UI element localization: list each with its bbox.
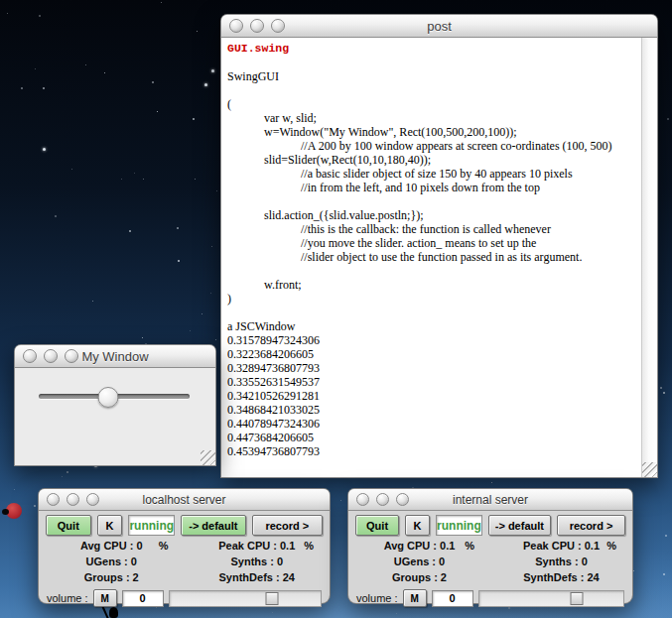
volume-label: volume : — [47, 592, 88, 604]
code-line: //slider object to use the function pass… — [227, 250, 639, 264]
ugens-stat: UGens : 0 — [394, 556, 445, 567]
kill-button[interactable]: K — [97, 515, 123, 536]
record-button[interactable]: record > — [252, 515, 323, 536]
resize-grip[interactable] — [201, 450, 215, 465]
code-line: 0.33552631549537 — [227, 375, 639, 389]
silhouette-blob-decoration — [109, 607, 118, 618]
vertical-scrollbar[interactable] — [641, 38, 657, 477]
zoom-button[interactable] — [65, 349, 78, 363]
star — [67, 471, 68, 473]
code-line: GUI.swing — [227, 42, 639, 56]
avg-cpu-stat: Avg CPU : 0 — [80, 540, 143, 552]
volume-row: volume : M — [348, 585, 632, 607]
star — [62, 476, 63, 477]
star — [142, 337, 143, 338]
star — [197, 31, 198, 32]
star — [35, 68, 36, 69]
desktop: { "colors": { "keyword_red": "#cc0000", … — [0, 0, 672, 618]
group-stats-row: Groups : 2 SynthDefs : 24 — [39, 569, 330, 585]
slider-thumb[interactable] — [97, 387, 118, 408]
code-line: //you move the slider. action_ means to … — [227, 236, 639, 250]
group-stats-row: Groups : 2 SynthDefs : 24 — [348, 569, 632, 585]
resize-grip[interactable] — [642, 462, 657, 477]
minimize-button[interactable] — [376, 493, 389, 506]
volume-slider-thumb[interactable] — [571, 592, 584, 605]
close-button[interactable] — [23, 349, 37, 363]
code-line: 0.4473684206605 — [227, 431, 639, 444]
slider[interactable] — [39, 387, 190, 406]
quit-button[interactable]: Quit — [46, 515, 91, 536]
peak-cpu-unit: % — [606, 540, 616, 552]
close-button[interactable] — [47, 493, 60, 506]
volume-value-field[interactable] — [122, 590, 164, 607]
internal-server-window: internal server Quit K running -> defaul… — [347, 488, 633, 604]
star — [55, 215, 57, 217]
star — [195, 179, 196, 180]
zoom-button[interactable] — [396, 493, 409, 506]
peak-cpu-stat: Peak CPU : 0.1 — [523, 540, 600, 552]
zoom-button[interactable] — [86, 493, 99, 506]
post-text-area[interactable]: GUI.swing SwingGUI (var w, slid;w=Window… — [221, 38, 657, 477]
minimize-button[interactable] — [44, 349, 58, 363]
volume-slider-thumb[interactable] — [266, 592, 279, 605]
zoom-button[interactable] — [271, 19, 285, 33]
star — [71, 169, 72, 170]
volume-slider[interactable] — [478, 590, 624, 607]
code-line: var w, slid; — [227, 111, 639, 125]
groups-stat: Groups : 2 — [84, 571, 139, 583]
close-button[interactable] — [229, 19, 243, 33]
minimize-button[interactable] — [67, 493, 79, 506]
volume-value-field[interactable] — [432, 590, 473, 607]
peak-cpu-unit: % — [304, 540, 314, 552]
close-button[interactable] — [356, 493, 369, 506]
black-dot-decoration — [2, 509, 9, 515]
star — [43, 87, 45, 89]
server-controls: Quit K running -> default record > — [39, 511, 330, 538]
localhost-server-titlebar[interactable]: localhost server — [39, 489, 330, 511]
star — [134, 173, 135, 174]
code-line: //in from the left, and 10 pixels down f… — [227, 181, 639, 194]
star — [92, 301, 93, 302]
make-default-button[interactable]: -> default — [488, 515, 551, 536]
ugens-stat: UGens : 0 — [86, 556, 137, 567]
star — [39, 15, 41, 17]
mute-button[interactable]: M — [403, 589, 427, 607]
mute-button[interactable]: M — [93, 589, 117, 607]
star — [161, 2, 162, 3]
quit-button[interactable]: Quit — [355, 515, 399, 536]
code-line: SwingGUI — [227, 69, 639, 83]
star — [129, 230, 131, 232]
kill-button[interactable]: K — [405, 515, 430, 536]
code-line: a JSCWindow — [227, 319, 639, 333]
star — [43, 148, 46, 151]
code-line: 0.44078947324306 — [227, 417, 639, 431]
star — [85, 64, 86, 65]
star — [193, 118, 195, 120]
minimize-button[interactable] — [250, 19, 264, 33]
code-line — [227, 306, 639, 319]
star — [121, 179, 122, 180]
star — [667, 118, 669, 120]
status-field: running — [436, 515, 482, 536]
code-line: ) — [227, 292, 639, 306]
window-controls — [221, 19, 285, 33]
star — [14, 489, 15, 490]
internal-server-titlebar[interactable]: internal server — [348, 489, 632, 511]
record-button[interactable]: record > — [557, 515, 625, 536]
volume-row: volume : M — [39, 585, 330, 607]
code-line — [227, 194, 639, 208]
star — [152, 81, 154, 83]
star — [211, 246, 212, 247]
star — [204, 83, 207, 86]
volume-label: volume : — [356, 592, 398, 604]
volume-slider[interactable] — [169, 590, 322, 607]
code-line: w.front; — [227, 278, 639, 292]
make-default-button[interactable]: -> default — [181, 515, 245, 536]
my-window-titlebar[interactable]: My Window — [15, 345, 215, 368]
avg-cpu-unit: % — [159, 540, 169, 552]
server-controls: Quit K running -> default record > — [348, 511, 632, 538]
my-window: My Window — [14, 344, 216, 466]
localhost-server-window: localhost server Quit K running -> defau… — [38, 488, 331, 604]
post-window-titlebar[interactable]: post — [221, 15, 657, 38]
post-window: post GUI.swing SwingGUI (var w, slid;w=W… — [220, 14, 658, 478]
